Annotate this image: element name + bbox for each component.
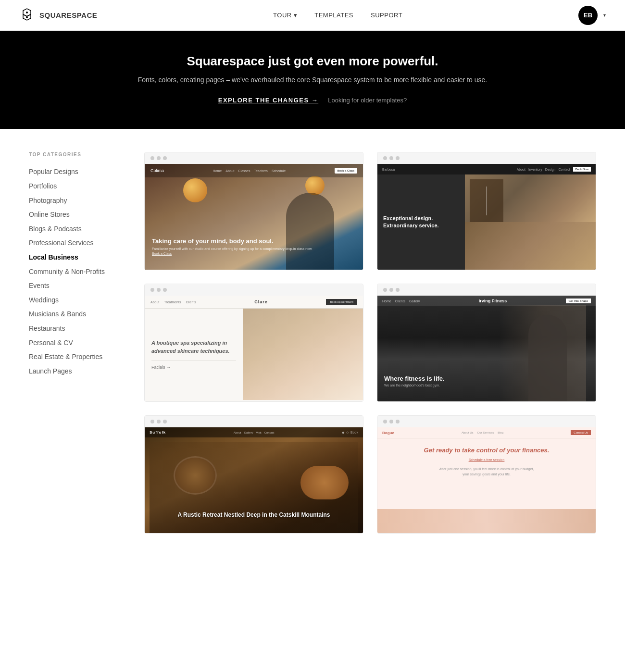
dot-icon (383, 420, 387, 423)
squarespace-logo-icon (19, 7, 35, 24)
nav-support[interactable]: SUPPORT (371, 12, 402, 19)
avatar-chevron-icon[interactable]: ▾ (603, 12, 606, 18)
sidebar-item-community[interactable]: Community & Non-Profits (29, 265, 125, 279)
template-card-irving[interactable]: Home Clients Gallery Irving Fitness Get … (377, 284, 596, 402)
sidebar-item-online-stores[interactable]: Online Stores (29, 208, 125, 222)
svg-point-1 (26, 16, 28, 18)
irving-text-overlay: Where fitness is life. We are the neighb… (384, 375, 445, 387)
dot-icon (150, 420, 154, 423)
dot-icon (157, 420, 161, 423)
colima-brand: Colima (150, 168, 164, 173)
irving-bg: Home Clients Gallery Irving Fitness Get … (377, 296, 596, 401)
bogue-nav: Bogue About Us Our Services Blog Contact… (377, 427, 596, 438)
sidebar-item-restaurants[interactable]: Restaurants (29, 322, 125, 336)
nav-templates[interactable]: TEMPLATES (314, 12, 353, 19)
suffolk-text-overlay: A Rustic Retreat Nestled Deep in the Cat… (166, 511, 341, 519)
template-card-clare[interactable]: About Treatments Clients Clare Book Appo… (144, 284, 363, 402)
card-top-bar (145, 284, 363, 296)
dot-icon (396, 156, 400, 160)
older-templates-link[interactable]: Looking for older templates? (328, 97, 407, 104)
dot-icon (163, 156, 167, 160)
tour-chevron-icon: ▾ (294, 12, 298, 19)
sidebar-item-blogs-podcasts[interactable]: Blogs & Podcasts (29, 222, 125, 236)
template-card-barbosa[interactable]: Barbosa About Inventory Design Contact B… (377, 152, 596, 270)
template-preview-suffolk: Suffolk About Gallery Visit Contact ◆ ◇ … (145, 427, 363, 533)
dot-icon (150, 156, 154, 160)
sidebar-item-local-business[interactable]: Local Business (29, 250, 125, 265)
hero-banner: Squarespace just got even more powerful.… (0, 31, 625, 129)
sidebar-item-photography[interactable]: Photography (29, 194, 125, 208)
sidebar-section-title: TOP CATEGORIES (29, 152, 125, 157)
dot-icon (396, 420, 400, 423)
hero-subtitle: Fonts, colors, creating pages – we've ov… (19, 75, 606, 85)
barbosa-image (465, 174, 596, 270)
card-top-bar (377, 284, 596, 296)
template-preview-irving: Home Clients Gallery Irving Fitness Get … (377, 296, 596, 401)
clare-image (243, 309, 363, 400)
sidebar-item-popular-designs[interactable]: Popular Designs (29, 165, 125, 179)
hero-title: Squarespace just got even more powerful. (19, 54, 606, 69)
template-card-colima[interactable]: Colima Home About Classes Teachers Sched… (144, 152, 363, 270)
barbosa-nav: Barbosa About Inventory Design Contact B… (377, 164, 596, 174)
barbosa-content: Exceptional design. Extraordinary servic… (377, 174, 596, 270)
sidebar-item-personal-cv[interactable]: Personal & CV (29, 336, 125, 350)
suffolk-bg: Suffolk About Gallery Visit Contact ◆ ◇ … (145, 427, 363, 533)
dot-icon (389, 288, 393, 292)
suffolk-nav: Suffolk About Gallery Visit Contact ◆ ◇ … (145, 427, 363, 437)
dot-icon (163, 288, 167, 292)
sidebar-item-launch-pages[interactable]: Launch Pages (29, 364, 125, 379)
dot-icon (157, 156, 161, 160)
barbosa-text: Exceptional design. Extraordinary servic… (377, 174, 465, 270)
nav-tour[interactable]: TOUR ▾ (273, 12, 297, 19)
explore-changes-link[interactable]: EXPLORE THE CHANGES → (218, 97, 318, 104)
template-preview-colima: Colima Home About Classes Teachers Sched… (145, 164, 363, 270)
template-preview-barbosa: Barbosa About Inventory Design Contact B… (377, 164, 596, 270)
dot-icon (396, 288, 400, 292)
social-icon: ◇ (346, 431, 349, 435)
irving-nav: Home Clients Gallery Irving Fitness Get … (377, 296, 596, 306)
dot-icon (383, 156, 387, 160)
silhouette (286, 193, 334, 270)
dot-icon (163, 420, 167, 423)
template-card-suffolk[interactable]: Suffolk About Gallery Visit Contact ◆ ◇ … (144, 415, 363, 534)
template-preview-clare: About Treatments Clients Clare Book Appo… (145, 296, 363, 401)
header-right: EB ▾ (578, 6, 606, 25)
header: SQUARESPACE TOUR ▾ TEMPLATES SUPPORT EB … (0, 0, 625, 31)
template-preview-bogue: Bogue About Us Our Services Blog Contact… (377, 427, 596, 533)
card-top-bar (145, 416, 363, 427)
sidebar-item-professional-services[interactable]: Professional Services (29, 236, 125, 250)
sphere-decoration (305, 176, 325, 195)
template-card-bogue[interactable]: Bogue About Us Our Services Blog Contact… (377, 415, 596, 534)
sidebar-item-weddings[interactable]: Weddings (29, 293, 125, 308)
sidebar-item-real-estate[interactable]: Real Estate & Properties (29, 350, 125, 364)
dot-icon (389, 156, 393, 160)
bogue-body: Get ready to take control of your financ… (377, 438, 596, 485)
card-top-bar (377, 416, 596, 427)
sidebar-item-musicians-bands[interactable]: Musicians & Bands (29, 307, 125, 322)
user-avatar[interactable]: EB (578, 6, 598, 25)
svg-point-0 (26, 12, 28, 13)
sphere-decoration (183, 178, 207, 202)
main-nav: TOUR ▾ TEMPLATES SUPPORT (273, 12, 402, 19)
colima-text-overlay: Taking care of your mind, body and soul.… (152, 237, 312, 256)
main-content: TOP CATEGORIES Popular Designs Portfolio… (0, 129, 625, 557)
dot-icon (383, 288, 387, 292)
templates-grid: Colima Home About Classes Teachers Sched… (144, 152, 596, 534)
dot-icon (157, 288, 161, 292)
clare-body: A boutique spa specializing in advanced … (145, 309, 363, 400)
sidebar-item-portfolios[interactable]: Portfolios (29, 179, 125, 194)
social-icon: ◆ (342, 431, 344, 435)
hero-actions: EXPLORE THE CHANGES → Looking for older … (19, 97, 606, 104)
dot-icon (150, 288, 154, 292)
sidebar-item-events[interactable]: Events (29, 279, 125, 293)
logo-text: SQUARESPACE (39, 11, 97, 19)
card-top-bar (145, 152, 363, 164)
bogue-bottom-image (377, 509, 596, 533)
clare-nav: About Treatments Clients Clare Book Appo… (145, 296, 363, 309)
logo[interactable]: SQUARESPACE (19, 7, 97, 24)
clare-text: A boutique spa specializing in advanced … (145, 309, 243, 400)
sidebar: TOP CATEGORIES Popular Designs Portfolio… (29, 152, 125, 534)
dot-icon (389, 420, 393, 423)
card-top-bar (377, 152, 596, 164)
